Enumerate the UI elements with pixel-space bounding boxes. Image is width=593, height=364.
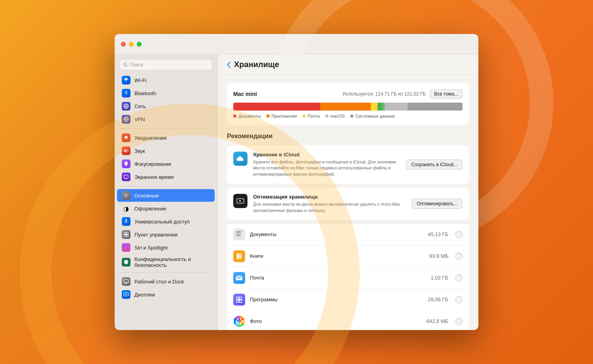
svg-rect-32 (239, 253, 242, 259)
back-button[interactable] (227, 62, 231, 68)
storage-item-apps[interactable]: Программы 28,08 ГБ ⓘ (227, 289, 469, 311)
sidebar-item-sound[interactable]: Звук (117, 144, 215, 157)
sidebar-item-wifi[interactable]: Wi-Fi (117, 74, 215, 86)
sidebar-group-prefs: Основные ◑ Оформление Универсальный дост… (115, 189, 217, 301)
divider-3 (119, 272, 212, 273)
svg-marker-10 (124, 149, 127, 152)
sidebar-item-accessibility[interactable]: Универсальный доступ (117, 215, 215, 228)
sidebar-item-desktop[interactable]: Рабочий стол и Dock (117, 275, 215, 288)
optimize-content: Оптимизация хранилища Для экономии места… (253, 194, 406, 214)
close-button[interactable] (121, 42, 126, 47)
svg-marker-27 (240, 200, 242, 202)
svg-rect-19 (124, 235, 126, 237)
icloud-title: Хранение в iCloud (253, 152, 400, 158)
detail-body: Mac mini Используется: 114,71 ГБ из 121,… (217, 75, 478, 330)
sidebar-item-vpn-label: VPN (134, 116, 145, 122)
desktop-icon (122, 277, 130, 286)
legend-macos: macOS (325, 114, 345, 118)
photos-info-button[interactable]: ⓘ (455, 318, 463, 325)
legend-label-documents: Документы (238, 114, 261, 118)
storage-item-books[interactable]: Книги 93,9 МБ ⓘ (227, 246, 469, 267)
svg-rect-34 (236, 297, 239, 299)
sidebar-item-privacy[interactable]: Конфиденциальность и безопасность (117, 254, 215, 270)
svg-rect-28 (236, 231, 241, 236)
legend-apps: Приложения (266, 114, 297, 118)
sidebar-item-accessibility-label: Универсальный доступ (134, 219, 190, 225)
maximize-button[interactable] (137, 42, 142, 47)
legend-dot-mail (302, 114, 306, 118)
sidebar-item-controlcenter[interactable]: Пункт управления (117, 228, 215, 241)
sidebar-item-bluetooth[interactable]: Bluetooth (117, 87, 215, 99)
sidebar-item-network[interactable]: Сеть (117, 100, 215, 113)
storage-item-photos[interactable]: Фото 642,8 МБ ⓘ (227, 311, 469, 330)
minimize-button[interactable] (129, 42, 134, 47)
sidebar-item-appearance[interactable]: ◑ Оформление (117, 202, 215, 215)
divider-1 (119, 128, 212, 129)
sidebar-item-network-label: Сеть (134, 103, 146, 109)
svg-rect-35 (240, 297, 242, 299)
storage-legend: Документы Приложения Почта macOS (233, 114, 463, 118)
books-info-button[interactable]: ⓘ (455, 253, 463, 260)
legend-dot-system (350, 114, 353, 118)
notifications-icon (122, 133, 130, 142)
storage-item-mail[interactable]: Почта 1,02 ГБ ⓘ (227, 267, 469, 289)
storage-usage-text: Используется: 114,71 ГБ из 121,02 ГБ (343, 91, 426, 97)
icloud-icon (233, 152, 247, 166)
bar-gray1 (385, 103, 408, 111)
svg-rect-18 (127, 233, 128, 235)
svg-rect-12 (124, 175, 128, 178)
optimize-button[interactable]: Оптимизировать... (412, 199, 463, 209)
sidebar-item-displays-label: Дисплеи (134, 292, 155, 298)
displays-icon (122, 290, 130, 299)
sound-icon (122, 146, 130, 155)
storage-header: Mac mini Используется: 114,71 ГБ из 121,… (233, 89, 463, 99)
sidebar-item-vpn[interactable]: VPN (117, 113, 215, 126)
recommendations-title: Рекомендации (227, 133, 469, 140)
bluetooth-icon (122, 89, 130, 98)
documents-size: 45,13 ГБ (428, 231, 448, 237)
detail-panel: Хранилище Mac mini Используется: 114,71 … (217, 54, 478, 330)
sidebar-item-siri[interactable]: Siri и Spotlight (117, 241, 215, 254)
storage-item-documents[interactable]: Документы 45,13 ГБ ⓘ (227, 224, 469, 246)
svg-rect-31 (237, 253, 239, 259)
mail-info-button[interactable]: ⓘ (455, 274, 463, 281)
all-volumes-button[interactable]: Все тома... (430, 89, 463, 99)
photos-label: Фото (250, 318, 421, 324)
sidebar-item-focus[interactable]: Фокусирование (117, 158, 215, 170)
sidebar-item-displays[interactable]: Дисплеи (117, 288, 215, 301)
search-box[interactable]: Поиск (119, 59, 212, 70)
sidebar-item-siri-label: Siri и Spotlight (134, 245, 168, 251)
sidebar-item-notifications[interactable]: Уведомления (117, 131, 215, 144)
main-content: Поиск Wi-Fi Bluetooth (115, 54, 478, 330)
sidebar: Поиск Wi-Fi Bluetooth (115, 54, 217, 330)
storage-bar (233, 103, 463, 111)
sidebar-item-wifi-label: Wi-Fi (134, 77, 146, 83)
photos-icon (233, 315, 245, 327)
sidebar-item-general-label: Основные (134, 193, 159, 199)
sidebar-item-general[interactable]: Основные (117, 189, 215, 202)
privacy-icon (122, 258, 130, 266)
bar-macos (378, 103, 382, 111)
bar-gray2 (408, 103, 463, 111)
network-icon (122, 102, 130, 111)
documents-info-button[interactable]: ⓘ (455, 231, 463, 238)
legend-dot-macos (325, 114, 329, 118)
recommendation-icloud: Хранение в iCloud Храните все файлы, фот… (227, 145, 469, 184)
focus-icon (122, 159, 130, 168)
legend-label-macos: macOS (330, 114, 345, 118)
sidebar-item-privacy-label: Конфиденциальность и безопасность (134, 256, 210, 268)
apps-info-button[interactable]: ⓘ (455, 296, 463, 303)
icloud-button[interactable]: Сохранить в iCloud... (406, 159, 463, 170)
sidebar-item-notifications-label: Уведомления (134, 135, 166, 141)
search-icon (123, 62, 128, 67)
search-container: Поиск (115, 54, 217, 73)
bar-documents (233, 103, 320, 111)
optimize-title: Оптимизация хранилища (253, 194, 406, 200)
legend-label-apps: Приложения (272, 114, 297, 118)
svg-point-11 (126, 163, 127, 164)
sidebar-item-screentime[interactable]: Экранное время (117, 171, 215, 183)
sidebar-item-screentime-label: Экранное время (134, 174, 174, 180)
general-icon (122, 191, 130, 200)
svg-point-21 (124, 246, 128, 249)
vpn-icon (122, 115, 130, 124)
